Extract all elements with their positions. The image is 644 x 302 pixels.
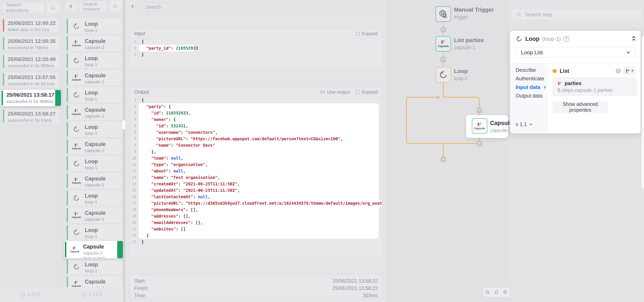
add-step-button[interactable]: + — [476, 107, 482, 113]
properties-nav-input-data[interactable]: Input data — [510, 83, 547, 92]
version-selector[interactable]: v 1.1 — [516, 121, 532, 127]
collapse-panel-button[interactable] — [632, 37, 635, 42]
line-number: 2 — [130, 103, 138, 110]
execution-item[interactable]: 25/06/2021 12:10:49successful in 5s 859m… — [2, 54, 60, 69]
properties-nav-output-data[interactable]: Output data — [510, 92, 547, 100]
execution-item[interactable]: 25/06/2021 12:00:35successful in 796ms — [2, 36, 60, 51]
add-step-button[interactable]: + — [440, 157, 446, 162]
main-search-input[interactable]: Search — [142, 2, 381, 12]
instance-item[interactable]: CapsuleCapsulecapsule-2 (get_party) — [66, 35, 122, 52]
instance-item[interactable]: Looploop-1 (loop_array) — [66, 156, 122, 172]
instance-status-bar-icon — [65, 242, 66, 257]
capsule-logo-icon — [74, 40, 79, 44]
code-line: 8 "name": "Connector Devs" — [130, 142, 382, 148]
scrollbar-thumb[interactable] — [642, 36, 644, 189]
execution-item[interactable]: 25/06/2021 12:00:22failed step in 2m 51s — [2, 18, 60, 33]
search-step-input[interactable]: Search step — [512, 10, 641, 20]
search-executions-button[interactable] — [47, 2, 59, 13]
zoom-out-button[interactable] — [484, 287, 492, 297]
zoom-reset-button[interactable] — [492, 287, 500, 297]
instance-item[interactable]: Looploop-1 (loop_array) — [66, 52, 122, 69]
list-parties-label: List parties capsule-1 — [454, 37, 484, 51]
search-instance-input[interactable]: Search instance — [79, 1, 107, 12]
instance-item[interactable]: CapsuleCapsulecapsule-2 (get_party) — [66, 70, 122, 86]
list-parties-node[interactable]: Capsule — [436, 36, 451, 52]
execution-timestamp: 25/06/2021 13:58:17 — [6, 92, 54, 98]
instance-item[interactable]: Looploop-1 (loop_array) — [66, 190, 122, 206]
instance-item[interactable]: Looploop-1 (loop_array) — [66, 224, 122, 240]
add-step-button[interactable]: + — [476, 141, 482, 146]
execution-status: successful in 5s 83ms — [8, 118, 56, 123]
zoom-in-button[interactable] — [501, 287, 510, 297]
instance-item[interactable]: CapsuleCapsulecapsule-2 (get_party) — [66, 173, 122, 189]
capsule-node-card: Capsule Capsule capsule-2 — [466, 115, 508, 138]
instance-item[interactable]: CapsuleCapsulecapsule-2 (get_party) — [66, 104, 122, 120]
output-expand-button[interactable]: Expand — [356, 89, 378, 95]
operation-select-value: Loop List — [521, 49, 543, 56]
search-executions-input[interactable]: Search executions — [2, 2, 44, 13]
use-output-button[interactable]: Use output — [320, 89, 350, 95]
add-step-button[interactable]: + — [440, 57, 446, 62]
operation-select[interactable]: Loop List — [516, 47, 635, 58]
input-expand-button[interactable]: Expand — [356, 31, 378, 37]
execution-status: successful in 5s 569ms — [6, 99, 54, 104]
execution-status-bar-icon — [3, 19, 4, 32]
instance-title: Loop — [85, 158, 122, 165]
loop-node[interactable] — [436, 67, 451, 83]
back-chevron-icon[interactable] — [132, 5, 135, 8]
code-line: 22 } — [130, 232, 382, 239]
canvas-zoom-controls — [483, 287, 510, 297]
chip-property-name: parties — [564, 80, 582, 86]
loop-return-arrow-icon — [437, 95, 440, 99]
execution-item[interactable]: 25/06/2021 13:58:27successful in 5s 83ms — [2, 109, 60, 123]
properties-nav-authenticate[interactable]: Authenticate — [510, 74, 547, 83]
input-value-chip[interactable]: parties $.steps.capsule-1.parties — [552, 78, 637, 96]
caret-down-icon — [631, 70, 634, 72]
code-line: 14 "createdAt": "2021-06-25T11:11:50Z", — [130, 181, 382, 187]
instance-item[interactable]: Looploop-1 (loop_array) — [66, 18, 122, 34]
capsule-node[interactable]: Capsule — [472, 118, 487, 134]
execution-timestamp: 25/06/2021 12:10:49 — [8, 56, 56, 62]
manual-trigger-node[interactable] — [436, 6, 451, 22]
search-icon — [516, 12, 522, 18]
workflow-canvas[interactable]: + + + + + Manual Trigger trigger Capsule… — [386, 0, 509, 302]
instance-title: Capsule — [85, 72, 122, 79]
instances-back-button[interactable] — [66, 2, 77, 11]
execution-item[interactable]: 25/06/2021 13:57:55successful in 6s 841m… — [2, 72, 60, 87]
capsule-logo-icon — [440, 40, 446, 44]
field-help-icon[interactable]: ? — [616, 68, 621, 74]
search-instance-button[interactable] — [109, 1, 122, 12]
code-line: 10 "team": null, — [130, 155, 382, 161]
chevron-down-icon — [627, 50, 630, 54]
instance-item[interactable]: CapsuleCapsulecapsule-2 (get_party) — [66, 138, 122, 155]
jsonpath-mode-button[interactable] — [624, 67, 636, 75]
show-advanced-properties-button[interactable]: Show advanced properties — [552, 102, 608, 113]
instance-subtitle: capsule-2 (get_party) — [85, 45, 122, 52]
line-number: 21 — [130, 226, 138, 232]
instance-item[interactable]: Looploop-1 (loop_array) — [66, 121, 122, 137]
properties-nav-describe[interactable]: Describe — [510, 66, 547, 74]
instance-title: Capsule — [85, 141, 122, 147]
instances-live-toggle[interactable]: LIVE — [62, 287, 123, 302]
loop-icon — [73, 23, 80, 30]
instance-item[interactable]: Looploop-1 (loop_array) — [66, 259, 122, 275]
execution-status: failed step in 2m 51s — [8, 27, 56, 32]
instance-item[interactable]: CapsuleCapsulecapsule-2 (get_party) — [66, 207, 122, 223]
output-panel-header: Output Use output Expand — [130, 87, 382, 97]
instance-subtitle: capsule-2 (get_party) — [85, 148, 122, 155]
add-step-button[interactable]: + — [440, 27, 446, 33]
executions-live-toggle[interactable]: LIVE — [0, 287, 62, 302]
instance-subtitle: loop-1 (loop_array) — [85, 165, 122, 172]
instance-item[interactable]: CapsuleCapsulecapsule-2 (get_party) — [64, 241, 123, 258]
output-code-editor[interactable]: 1{2 "party": {3 "id": 216552933,4 "owner… — [130, 97, 382, 259]
input-code-editor[interactable]: 1{2 "party_id": 2165529333} — [130, 39, 382, 68]
execution-item[interactable]: 25/06/2021 13:58:17successful in 5s 569m… — [1, 90, 61, 106]
loop-icon — [73, 91, 80, 99]
executions-panel: Search executions 25/06/2021 12:00:22fai… — [0, 0, 62, 302]
step-properties-header: Loop (loop-1) ? — [510, 31, 640, 47]
instance-item[interactable]: Looploop-1 (loop_array) — [66, 87, 122, 103]
meta-value: 25/06/2021 13:58:22 — [332, 278, 378, 284]
help-icon[interactable]: ? — [564, 36, 569, 42]
line-number: 9 — [130, 148, 138, 155]
instance-status-bar-icon — [66, 19, 68, 34]
